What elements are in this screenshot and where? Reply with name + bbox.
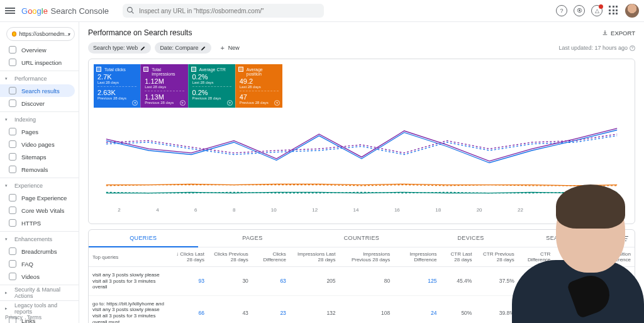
sidebar-section-indexing[interactable]: Indexing xyxy=(0,114,75,125)
col-header[interactable]: CTR Last 28 days xyxy=(440,247,475,267)
search-input[interactable] xyxy=(123,4,324,18)
sidebar-item-pages[interactable]: Pages xyxy=(0,125,75,138)
col-header[interactable]: Impressions Difference xyxy=(394,247,440,267)
export-button[interactable]: EXPORT xyxy=(602,30,635,37)
sidebar-item-faq[interactable]: FAQ xyxy=(0,258,75,270)
col-header[interactable]: Position Difference xyxy=(594,247,635,267)
col-header[interactable]: Position Last 28 days xyxy=(554,247,594,267)
chip-search-type[interactable]: Search type: Web xyxy=(88,42,151,54)
metric-average-ctr[interactable]: Average CTR 0.2%Last 28 days 0.2%Previou… xyxy=(188,64,235,108)
svg-line-1 xyxy=(131,11,133,13)
performance-card: Total clicks 2.7K Last 28 days 2.63K Pre… xyxy=(88,59,635,224)
sidebar-item-search-results[interactable]: Search results xyxy=(0,84,75,97)
hamburger-icon[interactable] xyxy=(5,5,16,16)
sidebar-item-https[interactable]: HTTPS xyxy=(0,217,75,229)
col-header[interactable]: Top queries xyxy=(89,247,170,267)
account-group-icon[interactable]: ⦿ xyxy=(574,5,585,16)
help-icon[interactable]: ? xyxy=(556,5,567,16)
notifications-icon[interactable]: △ xyxy=(591,5,602,16)
sidebar-item-video-pages[interactable]: Video pages xyxy=(0,138,75,150)
col-header[interactable]: Clicks Difference xyxy=(252,247,290,267)
col-header[interactable]: Impressions Last 28 days xyxy=(290,247,340,267)
checkbox-icon xyxy=(96,67,101,72)
info-icon[interactable]: ? xyxy=(132,100,138,106)
metric-total-clicks[interactable]: Total clicks 2.7K Last 28 days 2.63K Pre… xyxy=(94,64,140,108)
sidebar-section-legacy[interactable]: Legacy tools and reports xyxy=(0,303,75,314)
sidebar-item-page-experience[interactable]: Page Experience xyxy=(0,191,75,204)
table-row[interactable]: go to: https://bit.ly/killyhome and visi… xyxy=(89,295,635,323)
metric-average-position[interactable]: Average position 49.2Last 28 days 47Prev… xyxy=(235,64,282,108)
info-icon[interactable]: ? xyxy=(630,45,635,51)
sidebar-item-discover[interactable]: Discover xyxy=(0,97,75,110)
col-header[interactable]: CTR Difference xyxy=(518,247,555,267)
col-header[interactable]: CTR Previous 28 days xyxy=(475,247,518,267)
sidebar-section-enhancements[interactable]: Enhancements xyxy=(0,234,75,245)
sidebar-section-performance[interactable]: Performance xyxy=(0,73,75,84)
chip-add-filter[interactable]: New xyxy=(215,42,244,54)
footer-links: Privacy Terms xyxy=(5,314,42,320)
svg-point-0 xyxy=(128,8,133,13)
tab-devices[interactable]: DEVICES xyxy=(416,230,526,247)
sidebar-item-removals[interactable]: Removals xyxy=(0,163,75,176)
tab-pages[interactable]: PAGES xyxy=(198,230,308,247)
page-title: Performance on Search results xyxy=(88,28,192,37)
property-selector[interactable]: https://osbornedm... xyxy=(6,27,75,41)
sidebar-item-url-inspection[interactable]: URL inspection xyxy=(0,56,75,69)
sidebar-item-sitemaps[interactable]: Sitemaps xyxy=(0,150,75,163)
metric-total-impressions[interactable]: Total impressions 1.12MLast 28 days 1.13… xyxy=(140,64,187,108)
sidebar: https://osbornedm... Overview URL inspec… xyxy=(0,22,79,323)
top-bar: Google Search Console ? ⦿ △ xyxy=(0,0,644,22)
topbar-actions: ? ⦿ △ xyxy=(556,4,639,18)
url-inspect-search[interactable] xyxy=(123,4,547,18)
dimension-tabs: QUERIES PAGES COUNTRIES DEVICES SEARCH A… xyxy=(89,230,635,247)
tab-countries[interactable]: COUNTRIES xyxy=(307,230,416,247)
col-header[interactable]: ↓ Clicks Last 28 days xyxy=(170,247,208,267)
sidebar-section-experience[interactable]: Experience xyxy=(0,180,75,191)
sidebar-item-overview[interactable]: Overview xyxy=(0,43,75,56)
queries-table: Top queries↓ Clicks Last 28 daysClicks P… xyxy=(89,247,635,323)
filter-icon[interactable] xyxy=(622,235,630,242)
last-updated: Last updated: 17 hours ago ? xyxy=(558,45,635,51)
col-header[interactable]: Clicks Previous 28 days xyxy=(208,247,252,267)
col-header[interactable]: Impressions Previous 28 days xyxy=(340,247,394,267)
performance-chart[interactable]: 2468101214161820222426 xyxy=(94,111,630,218)
sidebar-item-breadcrumbs[interactable]: Breadcrumbs xyxy=(0,245,75,258)
queries-card: QUERIES PAGES COUNTRIES DEVICES SEARCH A… xyxy=(88,229,635,323)
sidebar-item-core-web-vitals[interactable]: Core Web Vitals xyxy=(0,204,75,217)
filter-chips: Search type: Web Date: Compare New Last … xyxy=(88,42,635,54)
sidebar-item-videos[interactable]: Videos xyxy=(0,270,75,283)
pencil-icon xyxy=(140,45,146,51)
tab-queries[interactable]: QUERIES xyxy=(89,230,198,247)
chip-date[interactable]: Date: Compare xyxy=(155,42,211,54)
avatar[interactable] xyxy=(625,4,639,18)
sidebar-section-security[interactable]: Security & Manual Actions xyxy=(0,287,75,298)
search-icon xyxy=(126,6,135,14)
download-icon xyxy=(602,30,608,36)
pencil-icon xyxy=(201,45,206,51)
table-row[interactable]: visit any 3 posts slowly please visit al… xyxy=(89,267,635,296)
metric-tiles: Total clicks 2.7K Last 28 days 2.63K Pre… xyxy=(94,64,282,108)
content: Performance on Search results EXPORT Sea… xyxy=(79,22,644,323)
apps-icon[interactable] xyxy=(609,6,619,16)
app-logo[interactable]: Google Search Console xyxy=(21,6,109,16)
tab-search-appearance[interactable]: SEARCH APPEARANCE xyxy=(525,230,635,247)
